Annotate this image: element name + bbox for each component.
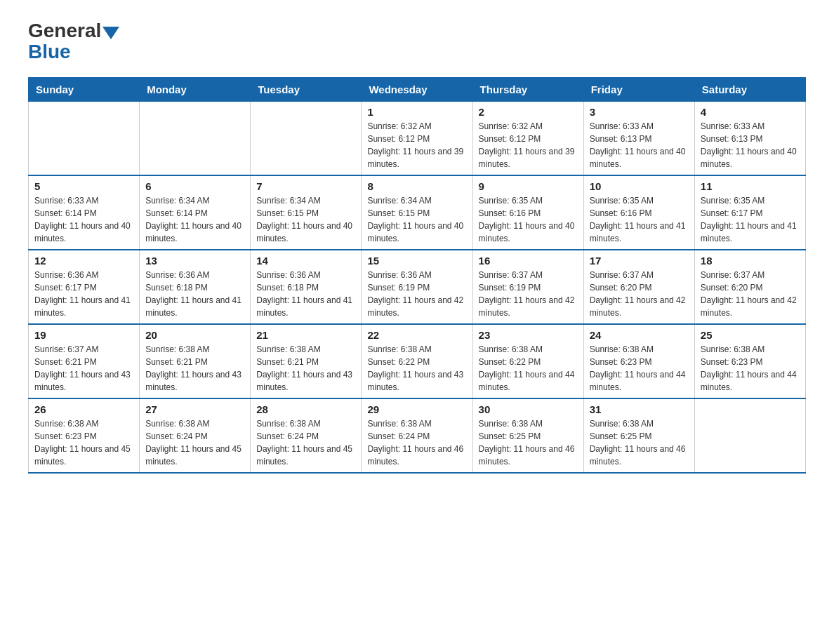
calendar-cell [694, 398, 805, 473]
col-header-wednesday: Wednesday [362, 78, 472, 102]
calendar-table: SundayMondayTuesdayWednesdayThursdayFrid… [28, 77, 806, 474]
calendar-cell: 4Sunrise: 6:33 AM Sunset: 6:13 PM Daylig… [694, 102, 805, 176]
calendar-cell [251, 102, 362, 176]
calendar-cell: 13Sunrise: 6:36 AM Sunset: 6:18 PM Dayli… [140, 250, 251, 324]
day-info: Sunrise: 6:38 AM Sunset: 6:24 PM Dayligh… [367, 417, 466, 468]
day-info: Sunrise: 6:35 AM Sunset: 6:17 PM Dayligh… [701, 194, 800, 245]
day-info: Sunrise: 6:32 AM Sunset: 6:12 PM Dayligh… [367, 120, 466, 170]
day-info: Sunrise: 6:38 AM Sunset: 6:23 PM Dayligh… [590, 343, 689, 394]
calendar-cell: 26Sunrise: 6:38 AM Sunset: 6:23 PM Dayli… [29, 398, 140, 473]
day-number: 2 [479, 106, 578, 118]
page-header: General Blue [28, 21, 806, 63]
day-info: Sunrise: 6:37 AM Sunset: 6:20 PM Dayligh… [701, 269, 800, 319]
day-number: 10 [590, 180, 689, 192]
day-number: 1 [367, 106, 466, 118]
day-number: 8 [367, 180, 466, 192]
day-number: 5 [34, 180, 133, 192]
day-info: Sunrise: 6:38 AM Sunset: 6:22 PM Dayligh… [479, 343, 578, 394]
day-info: Sunrise: 6:34 AM Sunset: 6:15 PM Dayligh… [367, 194, 466, 245]
calendar-cell: 21Sunrise: 6:38 AM Sunset: 6:21 PM Dayli… [251, 324, 362, 398]
day-number: 27 [145, 403, 244, 415]
day-number: 19 [34, 329, 133, 341]
day-info: Sunrise: 6:35 AM Sunset: 6:16 PM Dayligh… [590, 194, 689, 245]
day-info: Sunrise: 6:38 AM Sunset: 6:24 PM Dayligh… [145, 417, 244, 468]
calendar-cell [140, 102, 251, 176]
day-info: Sunrise: 6:38 AM Sunset: 6:23 PM Dayligh… [34, 417, 133, 468]
logo-general-text: General [28, 21, 101, 41]
day-number: 22 [367, 329, 466, 341]
day-info: Sunrise: 6:38 AM Sunset: 6:25 PM Dayligh… [479, 417, 578, 468]
calendar-cell: 1Sunrise: 6:32 AM Sunset: 6:12 PM Daylig… [362, 102, 472, 176]
logo-triangle-icon [102, 27, 119, 39]
calendar-cell: 7Sunrise: 6:34 AM Sunset: 6:15 PM Daylig… [251, 175, 362, 250]
day-number: 30 [479, 403, 578, 415]
day-number: 11 [701, 180, 800, 192]
calendar-cell: 9Sunrise: 6:35 AM Sunset: 6:16 PM Daylig… [472, 175, 583, 250]
day-number: 3 [590, 106, 689, 118]
calendar-cell: 28Sunrise: 6:38 AM Sunset: 6:24 PM Dayli… [251, 398, 362, 473]
day-number: 26 [34, 403, 133, 415]
day-number: 4 [701, 106, 800, 118]
day-number: 31 [590, 403, 689, 415]
calendar-cell: 14Sunrise: 6:36 AM Sunset: 6:18 PM Dayli… [251, 250, 362, 324]
calendar-cell: 24Sunrise: 6:38 AM Sunset: 6:23 PM Dayli… [583, 324, 694, 398]
day-info: Sunrise: 6:36 AM Sunset: 6:18 PM Dayligh… [256, 269, 355, 319]
day-info: Sunrise: 6:37 AM Sunset: 6:20 PM Dayligh… [590, 269, 689, 319]
day-info: Sunrise: 6:36 AM Sunset: 6:19 PM Dayligh… [367, 269, 466, 319]
day-info: Sunrise: 6:37 AM Sunset: 6:21 PM Dayligh… [34, 343, 133, 394]
calendar-cell: 27Sunrise: 6:38 AM Sunset: 6:24 PM Dayli… [140, 398, 251, 473]
day-info: Sunrise: 6:33 AM Sunset: 6:13 PM Dayligh… [701, 120, 800, 170]
col-header-sunday: Sunday [29, 78, 140, 102]
day-number: 12 [34, 255, 133, 267]
col-header-tuesday: Tuesday [251, 78, 362, 102]
calendar-week-5: 26Sunrise: 6:38 AM Sunset: 6:23 PM Dayli… [29, 398, 806, 473]
day-number: 29 [367, 403, 466, 415]
day-number: 20 [145, 329, 244, 341]
calendar-cell: 22Sunrise: 6:38 AM Sunset: 6:22 PM Dayli… [362, 324, 472, 398]
day-info: Sunrise: 6:33 AM Sunset: 6:14 PM Dayligh… [34, 194, 133, 245]
calendar-cell: 25Sunrise: 6:38 AM Sunset: 6:23 PM Dayli… [694, 324, 805, 398]
calendar-cell: 23Sunrise: 6:38 AM Sunset: 6:22 PM Dayli… [472, 324, 583, 398]
col-header-monday: Monday [140, 78, 251, 102]
day-number: 16 [479, 255, 578, 267]
calendar-cell: 2Sunrise: 6:32 AM Sunset: 6:12 PM Daylig… [472, 102, 583, 176]
day-info: Sunrise: 6:34 AM Sunset: 6:15 PM Dayligh… [256, 194, 355, 245]
day-info: Sunrise: 6:32 AM Sunset: 6:12 PM Dayligh… [479, 120, 578, 170]
day-info: Sunrise: 6:38 AM Sunset: 6:21 PM Dayligh… [145, 343, 244, 394]
day-number: 14 [256, 255, 355, 267]
day-number: 25 [701, 329, 800, 341]
calendar-cell: 12Sunrise: 6:36 AM Sunset: 6:17 PM Dayli… [29, 250, 140, 324]
day-number: 18 [701, 255, 800, 267]
calendar-cell: 29Sunrise: 6:38 AM Sunset: 6:24 PM Dayli… [362, 398, 472, 473]
day-number: 17 [590, 255, 689, 267]
day-number: 6 [145, 180, 244, 192]
calendar-cell: 6Sunrise: 6:34 AM Sunset: 6:14 PM Daylig… [140, 175, 251, 250]
calendar-cell: 30Sunrise: 6:38 AM Sunset: 6:25 PM Dayli… [472, 398, 583, 473]
day-info: Sunrise: 6:34 AM Sunset: 6:14 PM Dayligh… [145, 194, 244, 245]
day-number: 7 [256, 180, 355, 192]
day-number: 13 [145, 255, 244, 267]
day-number: 28 [256, 403, 355, 415]
calendar-cell: 15Sunrise: 6:36 AM Sunset: 6:19 PM Dayli… [362, 250, 472, 324]
day-info: Sunrise: 6:38 AM Sunset: 6:22 PM Dayligh… [367, 343, 466, 394]
day-info: Sunrise: 6:37 AM Sunset: 6:19 PM Dayligh… [479, 269, 578, 319]
logo: General Blue [28, 21, 121, 63]
calendar-week-2: 5Sunrise: 6:33 AM Sunset: 6:14 PM Daylig… [29, 175, 806, 250]
calendar-cell: 17Sunrise: 6:37 AM Sunset: 6:20 PM Dayli… [583, 250, 694, 324]
day-number: 21 [256, 329, 355, 341]
calendar-cell: 20Sunrise: 6:38 AM Sunset: 6:21 PM Dayli… [140, 324, 251, 398]
calendar-cell: 16Sunrise: 6:37 AM Sunset: 6:19 PM Dayli… [472, 250, 583, 324]
day-info: Sunrise: 6:38 AM Sunset: 6:23 PM Dayligh… [701, 343, 800, 394]
day-info: Sunrise: 6:38 AM Sunset: 6:21 PM Dayligh… [256, 343, 355, 394]
day-info: Sunrise: 6:33 AM Sunset: 6:13 PM Dayligh… [590, 120, 689, 170]
day-number: 9 [479, 180, 578, 192]
calendar-cell: 3Sunrise: 6:33 AM Sunset: 6:13 PM Daylig… [583, 102, 694, 176]
col-header-saturday: Saturday [694, 78, 805, 102]
day-info: Sunrise: 6:38 AM Sunset: 6:24 PM Dayligh… [256, 417, 355, 468]
calendar-cell: 10Sunrise: 6:35 AM Sunset: 6:16 PM Dayli… [583, 175, 694, 250]
logo-blue-text: Blue [28, 41, 71, 63]
col-header-thursday: Thursday [472, 78, 583, 102]
calendar-cell: 8Sunrise: 6:34 AM Sunset: 6:15 PM Daylig… [362, 175, 472, 250]
day-number: 24 [590, 329, 689, 341]
calendar-week-4: 19Sunrise: 6:37 AM Sunset: 6:21 PM Dayli… [29, 324, 806, 398]
